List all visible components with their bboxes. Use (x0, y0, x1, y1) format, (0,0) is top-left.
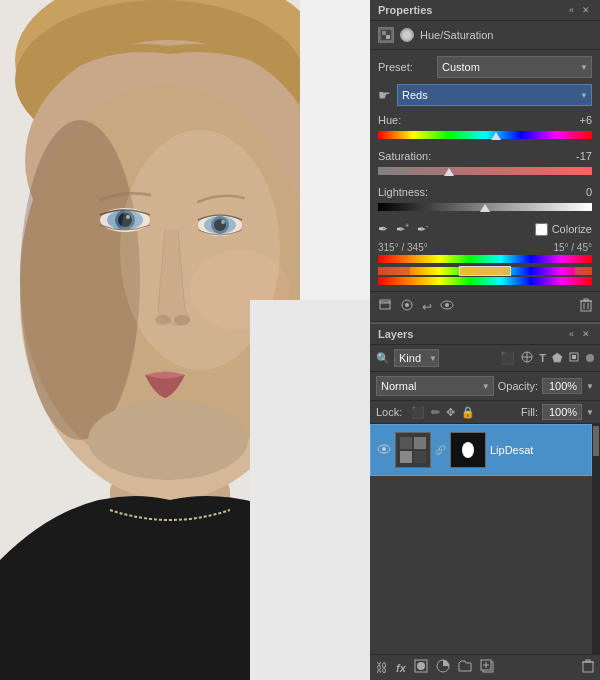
filter-type-icons: ⬛ T ⬟ (500, 351, 594, 366)
saturation-label: Saturation: (378, 150, 431, 162)
view-previous-icon[interactable] (400, 298, 414, 315)
spectrum-range-bar[interactable] (378, 267, 592, 275)
lightness-slider-track[interactable] (378, 200, 592, 214)
lock-transparent-icon[interactable]: ⬛ (410, 405, 426, 420)
colorize-label: Colorize (552, 223, 592, 235)
hue-value: +6 (562, 114, 592, 126)
eyedropper-add-icon[interactable]: ✒+ (396, 222, 409, 236)
lock-label: Lock: (376, 406, 402, 418)
layer-chain-icon[interactable]: 🔗 (435, 445, 446, 455)
lock-position-icon[interactable]: ✥ (445, 405, 456, 420)
lock-icons-group: ⬛ ✏ ✥ 🔒 (410, 405, 476, 420)
hue-thumb[interactable] (491, 132, 501, 140)
opacity-value[interactable]: 100% (542, 378, 582, 394)
new-layer-icon[interactable] (480, 659, 494, 676)
svg-rect-24 (250, 300, 370, 680)
channel-select-wrapper: Reds ▼ (397, 84, 592, 106)
properties-panel: Properties « ✕ Hue/Saturation Preset (370, 0, 600, 322)
range-right-label: 15° / 45° (553, 242, 592, 253)
layers-body: 🔍 Kind ▼ ⬛ T ⬟ (370, 345, 600, 654)
svg-point-43 (382, 447, 386, 451)
svg-point-52 (417, 662, 425, 670)
colorize-checkbox[interactable] (535, 223, 548, 236)
lightness-value: 0 (562, 186, 592, 198)
properties-expand-button[interactable]: « (567, 5, 576, 15)
layer-item-lipdesat[interactable]: 🔗 LipDesat (370, 424, 592, 476)
spectrum-top-bar[interactable] (378, 255, 592, 263)
layers-toolbar: ⛓ fx (370, 654, 600, 680)
clip-to-layer-icon[interactable] (378, 298, 392, 315)
filter-text-icon[interactable]: T (539, 352, 546, 364)
svg-point-50 (462, 442, 474, 458)
svg-rect-47 (400, 451, 412, 463)
layers-filter-row: 🔍 Kind ▼ ⬛ T ⬟ (370, 345, 600, 372)
fill-arrow-icon: ▼ (586, 408, 594, 417)
link-layers-icon[interactable]: ⛓ (376, 661, 388, 675)
lightness-label: Lightness: (378, 186, 428, 198)
sat-thumb[interactable] (444, 168, 454, 176)
layers-scrollbar[interactable] (592, 424, 600, 654)
fill-section: Fill: 100% ▼ (521, 404, 594, 420)
properties-toolbar: ↩ (370, 291, 600, 321)
preset-select[interactable]: Custom (437, 56, 592, 78)
properties-body: Preset: Custom ▼ ☛ Reds ▼ (370, 50, 600, 291)
properties-close-button[interactable]: ✕ (580, 5, 592, 15)
layer-mask-thumbnail (450, 432, 486, 468)
lock-pixels-icon[interactable]: ✏ (430, 405, 441, 420)
hue-slider-track[interactable] (378, 128, 592, 142)
opacity-section: Opacity: 100% ▼ (498, 378, 594, 394)
opacity-label: Opacity: (498, 380, 538, 392)
channel-select[interactable]: Reds (397, 84, 592, 106)
range-left-label: 315° / 345° (378, 242, 428, 253)
svg-rect-36 (584, 299, 588, 301)
layers-title: Layers (378, 328, 413, 340)
spectrum-bottom-bar[interactable] (378, 277, 592, 285)
reset-icon[interactable]: ↩ (422, 300, 432, 314)
fill-label: Fill: (521, 406, 538, 418)
lock-all-icon[interactable]: 🔒 (460, 405, 476, 420)
add-mask-icon[interactable] (414, 659, 428, 676)
adjustment-layer-icon (378, 27, 394, 43)
layers-close-button[interactable]: ✕ (580, 329, 592, 339)
properties-panel-header: Properties « ✕ (370, 0, 600, 21)
preset-select-wrapper: Custom ▼ (437, 56, 592, 78)
layers-scroll-thumb[interactable] (593, 426, 599, 456)
blend-mode-wrapper: Normal ▼ (376, 376, 494, 396)
filter-path-icon[interactable]: ⬟ (552, 351, 562, 365)
opacity-arrow-icon: ▼ (586, 382, 594, 391)
finger-tool-icon[interactable]: ☛ (378, 87, 391, 103)
svg-rect-27 (386, 35, 390, 39)
filter-kind-select[interactable]: Kind (394, 349, 439, 367)
eyedropper-icon[interactable]: ✒ (378, 222, 388, 236)
layers-expand-button[interactable]: « (567, 329, 576, 339)
filter-pixel-icon[interactable]: ⬛ (500, 351, 515, 365)
toolbar-left-icons: ↩ (378, 298, 454, 315)
svg-rect-48 (414, 451, 426, 463)
delete-adjustment-icon[interactable] (580, 298, 592, 315)
blend-mode-select[interactable]: Normal (376, 376, 494, 396)
layer-fx-icon[interactable]: fx (396, 662, 406, 674)
saturation-slider-track[interactable] (378, 164, 592, 178)
blend-opacity-row: Normal ▼ Opacity: 100% ▼ (370, 372, 600, 401)
preset-label: Preset: (378, 61, 433, 73)
svg-rect-46 (414, 437, 426, 449)
delete-layer-icon[interactable] (582, 659, 594, 676)
fill-value[interactable]: 100% (542, 404, 582, 420)
right-panels: Properties « ✕ Hue/Saturation Preset (370, 0, 600, 680)
adjustment-layer-icon[interactable] (436, 659, 450, 676)
sat-gradient-bg (378, 167, 592, 175)
colorize-checkbox-label[interactable]: Colorize (535, 223, 592, 236)
svg-rect-26 (382, 31, 386, 35)
channel-row: ☛ Reds ▼ (378, 84, 592, 106)
filter-color-dot[interactable] (586, 354, 594, 362)
filter-smart-icon[interactable] (568, 351, 580, 366)
svg-rect-41 (572, 355, 576, 359)
group-layers-icon[interactable] (458, 660, 472, 675)
layer-visibility-icon[interactable] (377, 443, 391, 457)
light-thumb[interactable] (480, 204, 490, 212)
svg-point-21 (88, 400, 248, 480)
filter-adjustment-icon[interactable] (521, 351, 533, 366)
color-range-labels: 315° / 345° 15° / 45° (378, 242, 592, 253)
eyedropper-subtract-icon[interactable]: ✒- (417, 222, 428, 236)
toggle-visibility-icon[interactable] (440, 298, 454, 315)
